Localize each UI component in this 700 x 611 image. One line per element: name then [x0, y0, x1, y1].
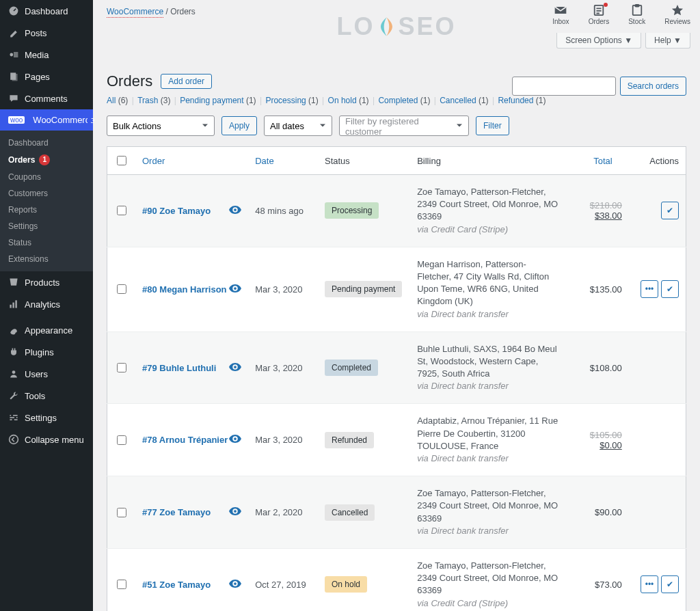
sidebar-item-label: Pages — [25, 72, 50, 82]
filter-refunded[interactable]: Refunded — [498, 96, 533, 105]
breadcrumb-root[interactable]: WooCommerce — [107, 7, 163, 18]
sidebar-item-tools[interactable]: Tools — [0, 385, 93, 407]
toolbar-inbox[interactable]: Inbox — [552, 4, 569, 25]
filter-completed[interactable]: Completed — [378, 96, 418, 105]
sidebar-subitem-reports[interactable]: Reports — [0, 202, 93, 218]
preview-order-button[interactable] — [229, 580, 241, 590]
sidebar-item-settings[interactable]: Settings — [0, 407, 93, 429]
row-checkbox[interactable] — [117, 508, 126, 517]
toolbar-label: Inbox — [552, 18, 569, 25]
search-orders-input[interactable] — [512, 77, 616, 96]
row-checkbox[interactable] — [117, 435, 126, 445]
toolbar-orders[interactable]: Orders — [589, 4, 610, 25]
sidebar-item-pages[interactable]: Pages — [0, 66, 93, 87]
preview-order-button[interactable] — [229, 284, 241, 295]
action-processing-button[interactable]: ••• — [641, 575, 658, 593]
sidebar-item-woocommerce[interactable]: woo WooCommerce — [0, 109, 93, 131]
store-toolbar: Inbox Orders Stock Reviews — [552, 4, 690, 25]
sidebar-item-label: Dashboard — [25, 6, 68, 16]
payment-method: via Direct bank transfer — [417, 309, 509, 319]
customer-filter-select[interactable]: Filter by registered customer — [339, 116, 469, 136]
payment-method: via Direct bank transfer — [417, 526, 509, 536]
filter-trash[interactable]: Trash — [137, 96, 158, 105]
preview-order-button[interactable] — [229, 435, 241, 445]
sidebar-subitem-orders[interactable]: Orders1 — [0, 151, 93, 169]
sidebar-item-media[interactable]: Media — [0, 44, 93, 66]
sidebar-item-appearance[interactable]: Appearance — [0, 319, 93, 341]
sidebar-item-dashboard[interactable]: Dashboard — [0, 0, 93, 22]
preview-order-button[interactable] — [229, 363, 241, 373]
col-order[interactable]: Order — [135, 147, 248, 175]
action-processing-button[interactable]: ••• — [641, 280, 658, 298]
sidebar-item-label: Tools — [25, 391, 45, 401]
billing-address: Zoe Tamayo, Patterson-Fletcher, 2349 Cou… — [417, 488, 558, 523]
help-tab[interactable]: Help ▼ — [645, 33, 690, 49]
search-orders-button[interactable]: Search orders — [620, 77, 686, 96]
action-complete-button[interactable]: ✔ — [661, 202, 679, 219]
filter-processing[interactable]: Processing — [265, 96, 306, 105]
sidebar-item-plugins[interactable]: Plugins — [0, 341, 93, 363]
filter-pending[interactable]: Pending payment — [180, 96, 243, 105]
sidebar-item-analytics[interactable]: Analytics — [0, 293, 93, 315]
status-badge: On hold — [325, 576, 367, 593]
total-value: $73.00 — [595, 580, 622, 590]
bulk-actions-select[interactable]: Bulk Actions — [107, 116, 215, 136]
sidebar-subitem-status[interactable]: Status — [0, 234, 93, 251]
svg-point-7 — [12, 370, 16, 374]
order-link[interactable]: #78 Arnou Trépanier — [142, 435, 228, 445]
svg-rect-6 — [15, 300, 16, 308]
sidebar-subitem-label: Extensions — [8, 254, 49, 264]
order-link[interactable]: #80 Megan Harrison — [142, 284, 227, 295]
row-checkbox[interactable] — [117, 363, 126, 372]
sidebar-item-posts[interactable]: Posts — [0, 22, 93, 44]
svg-rect-3 — [12, 74, 18, 81]
svg-rect-4 — [10, 305, 11, 308]
apply-bulk-button[interactable]: Apply — [221, 116, 257, 135]
sidebar-subitem-customers[interactable]: Customers — [0, 185, 93, 202]
col-date[interactable]: Date — [248, 147, 318, 175]
preview-order-button[interactable] — [229, 206, 241, 216]
collapse-menu[interactable]: Collapse menu — [0, 429, 93, 450]
eye-icon — [229, 435, 241, 443]
sidebar-subitem-label: Status — [8, 238, 31, 247]
sidebar-subitem-coupons[interactable]: Coupons — [0, 169, 93, 185]
sidebar-item-label: Users — [25, 369, 48, 379]
sidebar-item-products[interactable]: Products — [0, 271, 93, 293]
sidebar-subitem-settings[interactable]: Settings — [0, 218, 93, 234]
order-link[interactable]: #51 Zoe Tamayo — [142, 580, 211, 590]
status-badge: Pending payment — [325, 281, 402, 297]
sidebar-item-comments[interactable]: Comments — [0, 87, 93, 109]
add-order-button[interactable]: Add order — [161, 74, 212, 89]
filter-cancelled[interactable]: Cancelled — [440, 96, 476, 105]
order-link[interactable]: #77 Zoe Tamayo — [142, 507, 211, 517]
sidebar-subitem-extensions[interactable]: Extensions — [0, 251, 93, 267]
row-checkbox[interactable] — [117, 284, 126, 294]
filter-count: (1) — [306, 96, 319, 105]
date-filter-select[interactable]: All dates — [264, 116, 332, 136]
order-link[interactable]: #90 Zoe Tamayo — [142, 206, 211, 216]
toolbar-stock[interactable]: Stock — [628, 4, 645, 25]
toolbar-label: Reviews — [664, 18, 690, 25]
screen-options-label: Screen Options — [565, 36, 622, 45]
filter-all[interactable]: All — [107, 96, 116, 105]
sidebar-item-users[interactable]: Users — [0, 363, 93, 385]
stock-icon — [631, 4, 643, 16]
action-complete-button[interactable]: ✔ — [661, 575, 679, 593]
screen-options-tab[interactable]: Screen Options ▼ — [556, 33, 641, 49]
filter-onhold[interactable]: On hold — [328, 96, 357, 105]
order-link[interactable]: #79 Buhle Luthuli — [142, 363, 216, 373]
sidebar-item-label: Media — [25, 50, 49, 60]
col-total[interactable]: Total — [567, 147, 629, 175]
filter-button[interactable]: Filter — [476, 116, 509, 135]
total-original: $105.00 — [574, 430, 622, 440]
row-checkbox[interactable] — [117, 206, 126, 215]
status-filter-links: All (6) | Trash (3) | Pending payment (1… — [107, 96, 686, 105]
toolbar-reviews[interactable]: Reviews — [664, 4, 690, 25]
row-checkbox[interactable] — [117, 580, 126, 589]
order-row: #78 Arnou TrépanierMar 3, 2020RefundedAd… — [107, 404, 686, 476]
sidebar-subitem-dashboard[interactable]: Dashboard — [0, 135, 93, 151]
svg-point-14 — [10, 435, 18, 444]
action-complete-button[interactable]: ✔ — [661, 280, 679, 298]
select-all-checkbox[interactable] — [117, 156, 126, 165]
preview-order-button[interactable] — [229, 507, 241, 517]
